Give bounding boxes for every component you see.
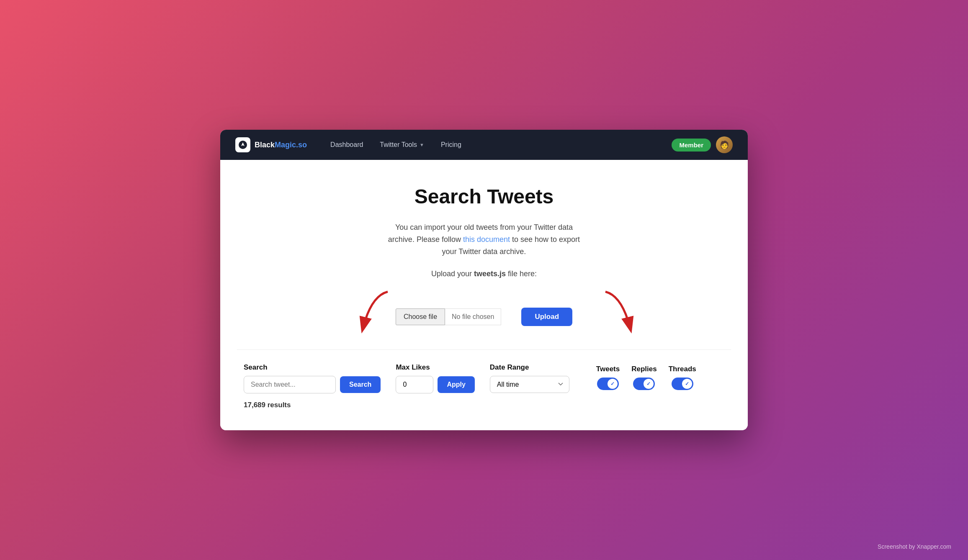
tweets-toggle[interactable]: ✓ (597, 378, 619, 390)
threads-toggle[interactable]: ✓ (672, 378, 693, 390)
search-input[interactable] (244, 376, 336, 393)
replies-check-icon: ✓ (646, 381, 651, 387)
search-label: Search (244, 363, 381, 372)
navbar: BlackMagic.so Dashboard Twitter Tools ▼ … (220, 130, 748, 160)
logo-icon (235, 137, 250, 152)
nav-twitter-tools[interactable]: Twitter Tools ▼ (373, 138, 431, 152)
upload-row-wrapper: Choose file No file chosen Upload (237, 288, 731, 346)
avatar[interactable]: 🧑 (716, 136, 733, 153)
screenshot-credit: Screenshot by Xnapper.com (878, 543, 951, 550)
member-badge[interactable]: Member (672, 139, 711, 152)
replies-toggle[interactable]: ✓ (633, 378, 655, 390)
search-input-row: Search (244, 376, 381, 393)
logo-text: BlackMagic.so (255, 141, 307, 149)
max-likes-label: Max Likes (396, 363, 474, 372)
tweets-toggle-label: Tweets (596, 365, 620, 373)
results-count: 17,689 results (237, 401, 731, 409)
threads-toggle-label: Threads (669, 365, 696, 373)
date-range-input-row: All time Last 7 days Last 30 days Last 9… (490, 376, 569, 393)
this-document-link[interactable]: this document (463, 235, 510, 244)
twitter-tools-chevron-icon: ▼ (420, 142, 424, 147)
date-range-filter-group: Date Range All time Last 7 days Last 30 … (490, 363, 569, 393)
toggle-group: Tweets ✓ Replies ✓ T (596, 363, 696, 390)
tweets-check-icon: ✓ (610, 381, 615, 387)
search-filter-group: Search Search (244, 363, 381, 393)
threads-check-icon: ✓ (685, 381, 689, 387)
date-range-label: Date Range (490, 363, 569, 372)
nav-right: Member 🧑 (672, 136, 733, 153)
filters-section: Search Search Max Likes Apply Date Range (237, 349, 731, 393)
page-title: Search Tweets (237, 185, 731, 208)
browser-window: BlackMagic.so Dashboard Twitter Tools ▼ … (220, 130, 748, 430)
threads-toggle-knob: ✓ (682, 379, 692, 389)
logo-area[interactable]: BlackMagic.so (235, 137, 307, 152)
no-file-text: No file chosen (445, 308, 501, 325)
apply-button[interactable]: Apply (438, 376, 474, 393)
file-input-group: Choose file No file chosen (396, 308, 501, 325)
replies-toggle-item: Replies ✓ (631, 365, 656, 390)
search-button[interactable]: Search (340, 376, 381, 393)
upload-label: Upload your tweets.js file here: (237, 270, 731, 278)
nav-dashboard[interactable]: Dashboard (324, 138, 370, 152)
replies-toggle-knob: ✓ (644, 379, 654, 389)
date-range-select[interactable]: All time Last 7 days Last 30 days Last 9… (490, 376, 569, 393)
threads-toggle-item: Threads ✓ (669, 365, 696, 390)
upload-button[interactable]: Upload (521, 308, 572, 326)
max-likes-input[interactable] (396, 376, 433, 393)
left-arrow-annotation (346, 288, 400, 342)
max-likes-input-row: Apply (396, 376, 474, 393)
tweets-toggle-item: Tweets ✓ (596, 365, 620, 390)
nav-links: Dashboard Twitter Tools ▼ Pricing (324, 138, 658, 152)
tweets-toggle-knob: ✓ (608, 379, 618, 389)
choose-file-button[interactable]: Choose file (396, 308, 445, 325)
right-arrow-annotation (593, 288, 647, 342)
main-content: Search Tweets You can import your old tw… (220, 160, 748, 430)
max-likes-filter-group: Max Likes Apply (396, 363, 474, 393)
upload-area: Choose file No file chosen Upload (396, 308, 572, 326)
replies-toggle-label: Replies (631, 365, 656, 373)
description: You can import your old tweets from your… (237, 221, 731, 257)
nav-pricing[interactable]: Pricing (434, 138, 468, 152)
